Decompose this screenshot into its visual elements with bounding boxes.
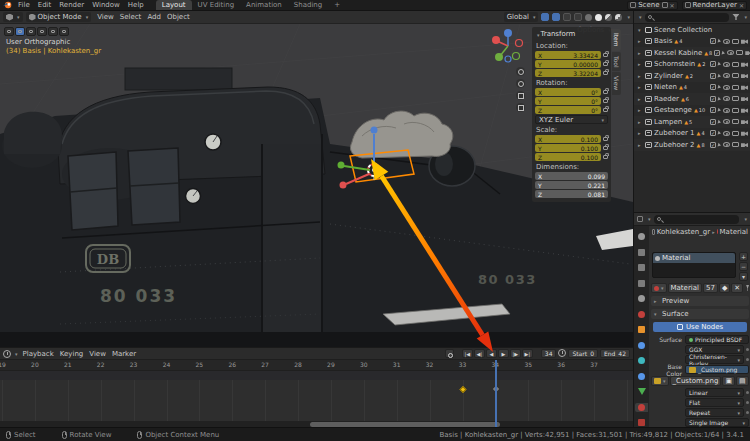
- play-reverse-icon[interactable]: ◀: [486, 349, 497, 358]
- timeline-menu[interactable]: Playback: [20, 350, 57, 358]
- expand-icon[interactable]: ▸: [638, 38, 643, 44]
- hide-eye-icon[interactable]: [723, 73, 730, 78]
- expand-icon[interactable]: ▸: [638, 119, 643, 125]
- location-field[interactable]: Z3.32204: [535, 69, 601, 77]
- lock-icon[interactable]: [603, 90, 608, 94]
- hide-eye-icon[interactable]: [723, 108, 730, 113]
- timeline-tracks[interactable]: [0, 371, 633, 421]
- select-box-tool-icon[interactable]: [15, 27, 25, 36]
- disable-render-icon[interactable]: [741, 39, 748, 44]
- outliner-collection-row[interactable]: ▸ Schornstein ▲2 ✓: [634, 59, 750, 71]
- shading-material-icon[interactable]: [605, 14, 612, 21]
- topbar-menu[interactable]: Edit: [34, 1, 56, 9]
- ortho-toggle-icon[interactable]: [516, 103, 525, 112]
- material-slot-list[interactable]: Material: [652, 252, 736, 278]
- keyframe-marker[interactable]: [459, 386, 466, 393]
- exclude-checkbox-icon[interactable]: ✓: [710, 96, 716, 102]
- disable-viewport-icon[interactable]: [732, 119, 739, 124]
- scale-field[interactable]: X0.100: [535, 135, 601, 143]
- start-frame-field[interactable]: Start0: [568, 349, 598, 358]
- lock-icon[interactable]: [603, 99, 608, 103]
- outliner-collection-row[interactable]: ▸ Lampen ▲5 ✓: [634, 116, 750, 128]
- workspace-tab[interactable]: +: [328, 0, 346, 10]
- timeline-menu[interactable]: Marker: [109, 350, 139, 358]
- selectable-icon[interactable]: [718, 62, 722, 67]
- auto-keying-icon[interactable]: [445, 349, 454, 358]
- pan-hand-icon[interactable]: [516, 79, 525, 88]
- expand-icon[interactable]: ▸: [638, 73, 643, 79]
- outliner-collection-row[interactable]: ▸ Gestaenge ▲10 ✓: [634, 105, 750, 117]
- selectable-icon[interactable]: [718, 85, 722, 90]
- viewport-menu[interactable]: Add: [144, 13, 164, 21]
- disable-render-icon[interactable]: [741, 96, 748, 101]
- expand-icon[interactable]: ▸: [638, 50, 643, 56]
- outliner-collection-row[interactable]: ▸ Zubehoer 2 ▲8 ✓: [634, 139, 750, 151]
- rotate-tool-icon[interactable]: [48, 27, 58, 36]
- playhead[interactable]: 34: [495, 360, 497, 427]
- disable-render-icon[interactable]: [741, 85, 748, 90]
- timeline-menu[interactable]: Keying: [57, 350, 87, 358]
- selectable-icon[interactable]: [718, 119, 722, 124]
- exclude-checkbox-icon[interactable]: ✓: [714, 50, 720, 56]
- fake-user-shield-icon[interactable]: ◆: [719, 283, 730, 293]
- zoom-icon[interactable]: [516, 67, 525, 76]
- selectable-icon[interactable]: [718, 108, 722, 113]
- tweak-tool-icon[interactable]: [4, 27, 14, 36]
- exclude-checkbox-icon[interactable]: ✓: [710, 84, 716, 90]
- scene-selector[interactable]: Scene ✕: [627, 1, 677, 10]
- lock-icon[interactable]: [603, 71, 608, 75]
- dimension-field[interactable]: X0.099: [535, 172, 608, 180]
- viewport-3d[interactable]: ▾ Object Mode▾ ViewSelectAddObject Globa…: [0, 11, 633, 347]
- prev-keyframe-icon[interactable]: ◀|: [474, 349, 485, 358]
- lock-icon[interactable]: [603, 53, 608, 57]
- expand-icon[interactable]: ▸: [638, 107, 643, 113]
- navigation-gizmo[interactable]: [489, 27, 527, 65]
- show-overlays-icon[interactable]: [574, 13, 582, 21]
- disable-render-icon[interactable]: [741, 108, 748, 113]
- next-keyframe-icon[interactable]: |▶: [510, 349, 521, 358]
- hide-eye-icon[interactable]: [723, 62, 730, 67]
- workspace-tab[interactable]: Animation: [240, 0, 288, 10]
- topbar-menu[interactable]: Render: [55, 1, 88, 9]
- npanel-tab[interactable]: Item: [612, 29, 621, 51]
- disable-viewport-icon[interactable]: [732, 85, 739, 90]
- end-frame-field[interactable]: End42: [600, 349, 630, 358]
- expand-icon[interactable]: ▾: [638, 27, 643, 33]
- material-name-field[interactable]: Material: [668, 283, 702, 293]
- rotation-mode-select[interactable]: XYZ Euler▾: [535, 115, 608, 124]
- disable-viewport-icon[interactable]: [732, 39, 739, 44]
- disable-viewport-icon[interactable]: [732, 62, 739, 67]
- use-nodes-button[interactable]: Use Nodes: [653, 322, 747, 332]
- breadcrumb-object[interactable]: Kohlekasten_gr: [657, 228, 710, 236]
- dimension-field[interactable]: Z0.081: [535, 190, 608, 198]
- exclude-checkbox-icon[interactable]: ✓: [710, 142, 716, 148]
- scale-field[interactable]: Z0.100: [535, 153, 601, 161]
- selectable-icon[interactable]: [718, 39, 722, 44]
- breadcrumb-material[interactable]: Material: [720, 228, 748, 236]
- topbar-menu[interactable]: Help: [124, 1, 148, 9]
- add-slot-button[interactable]: +: [739, 252, 748, 261]
- npanel-tab[interactable]: View: [612, 72, 621, 94]
- projection-select[interactable]: Flat▾: [685, 398, 744, 407]
- rotation-field[interactable]: Z0°: [535, 106, 601, 114]
- hide-eye-icon[interactable]: [723, 142, 730, 147]
- timeline-scrollbar[interactable]: [310, 422, 500, 427]
- remove-viewlayer-icon[interactable]: ✕: [739, 2, 744, 9]
- disable-render-icon[interactable]: [741, 131, 748, 136]
- outliner-collection-row[interactable]: ▸ Zylinder ▲2 ✓: [634, 70, 750, 82]
- disable-viewport-icon[interactable]: [732, 108, 739, 113]
- hide-eye-icon[interactable]: [723, 96, 730, 101]
- exclude-checkbox-icon[interactable]: ✓: [710, 130, 716, 136]
- timeline-menu[interactable]: View: [86, 350, 109, 358]
- viewport-menu[interactable]: View: [94, 13, 117, 21]
- current-frame-field[interactable]: 34: [541, 349, 557, 358]
- jump-end-icon[interactable]: ▶|: [522, 349, 533, 358]
- npanel-tab[interactable]: Tool: [612, 52, 621, 72]
- topbar-menu[interactable]: File: [14, 1, 34, 9]
- timeline-ruler[interactable]: 19202122232425262728293031323334353637: [0, 360, 633, 371]
- selectable-icon[interactable]: [718, 73, 722, 78]
- image-name-field[interactable]: _Custom.png: [670, 376, 722, 386]
- disable-viewport-icon[interactable]: [732, 96, 739, 101]
- exclude-checkbox-icon[interactable]: ✓: [710, 107, 716, 113]
- preview-range-icon[interactable]: [558, 349, 566, 357]
